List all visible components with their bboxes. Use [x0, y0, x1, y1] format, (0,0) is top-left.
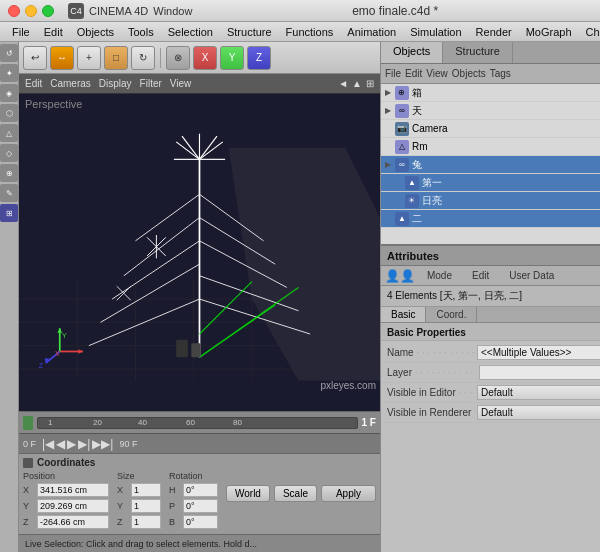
- attr-layer-input[interactable]: [479, 365, 600, 380]
- rot-b-input[interactable]: [183, 515, 218, 529]
- attr-elements-count: 4 Elements [天, 第一, 日亮, 二]: [381, 286, 600, 307]
- main-layout: ↺ ✦ ◈ ⬡ △ ◇ ⊕ ✎ ⊞ ↩ ↔ + □ ↻ ⊗ X Y Z Edit…: [0, 42, 600, 552]
- vp-menu-edit[interactable]: Edit: [25, 78, 42, 89]
- sidebar-icon-9[interactable]: ⊞: [0, 204, 18, 222]
- toolbar-mode[interactable]: ⊗: [166, 46, 190, 70]
- app-info: C4 CINEMA 4D Window: [68, 3, 192, 19]
- toolbar-move[interactable]: ↔: [50, 46, 74, 70]
- menu-simulation[interactable]: Simulation: [404, 25, 467, 39]
- size-x-input[interactable]: [131, 483, 161, 497]
- menu-structure[interactable]: Structure: [221, 25, 278, 39]
- size-y-input[interactable]: [131, 499, 161, 513]
- toolbar-undo[interactable]: ↩: [23, 46, 47, 70]
- pos-x-input[interactable]: [37, 483, 109, 497]
- attr-visible-render-wrap[interactable]: Default On Off ▼: [477, 405, 600, 420]
- obj-toolbar-file[interactable]: File: [385, 68, 401, 79]
- sidebar-icon-1[interactable]: ↺: [0, 44, 18, 62]
- attr-tab-mode[interactable]: Mode: [419, 269, 460, 282]
- menu-functions[interactable]: Functions: [280, 25, 340, 39]
- timeline-bar: 1 20 40 60 80 1 F: [19, 411, 380, 433]
- vp-nav-left[interactable]: ◄: [338, 78, 348, 89]
- svg-text:Y: Y: [62, 332, 67, 339]
- pos-y-label: Y: [23, 501, 33, 511]
- attr-name-input[interactable]: [477, 345, 600, 360]
- world-button[interactable]: World: [226, 485, 270, 502]
- attr-visible-editor-wrap[interactable]: Default On Off ▼: [477, 385, 600, 400]
- obj-row-ten[interactable]: ▶ ∞ 天: [381, 102, 600, 120]
- menu-character[interactable]: Character: [580, 25, 600, 39]
- toolbar-add[interactable]: +: [77, 46, 101, 70]
- vp-menu-view[interactable]: View: [170, 78, 192, 89]
- menu-file[interactable]: File: [6, 25, 36, 39]
- btn-goto-start[interactable]: |◀: [42, 437, 54, 451]
- menu-animation[interactable]: Animation: [341, 25, 402, 39]
- btn-goto-end[interactable]: ▶▶|: [92, 437, 113, 451]
- btn-next-frame[interactable]: ▶|: [78, 437, 90, 451]
- obj-toolbar-objects[interactable]: Objects: [452, 68, 486, 79]
- vp-expand[interactable]: ⊞: [366, 78, 374, 89]
- sidebar-icon-2[interactable]: ✦: [0, 64, 18, 82]
- sidebar-icon-5[interactable]: △: [0, 124, 18, 142]
- menu-objects[interactable]: Objects: [71, 25, 120, 39]
- toolbar-x[interactable]: X: [193, 46, 217, 70]
- vp-nav-up[interactable]: ▲: [352, 78, 362, 89]
- attr-section-basic[interactable]: Basic: [381, 307, 426, 322]
- obj-row-tu[interactable]: ▶ ∞ 兔: [381, 156, 600, 174]
- attr-tab-userdata[interactable]: User Data: [501, 269, 562, 282]
- obj-row-er[interactable]: ▲ 二: [381, 210, 600, 228]
- sidebar-icon-4[interactable]: ⬡: [0, 104, 18, 122]
- toolbar-shape[interactable]: □: [104, 46, 128, 70]
- sidebar-icon-8[interactable]: ✎: [0, 184, 18, 202]
- attr-tab-edit[interactable]: Edit: [464, 269, 497, 282]
- btn-prev-frame[interactable]: ◀: [56, 437, 65, 451]
- vp-menu-display[interactable]: Display: [99, 78, 132, 89]
- rot-h-input[interactable]: [183, 483, 218, 497]
- window-menu[interactable]: Window: [153, 5, 192, 17]
- menu-selection[interactable]: Selection: [162, 25, 219, 39]
- tab-objects[interactable]: Objects: [381, 42, 443, 63]
- minimize-button[interactable]: [25, 5, 37, 17]
- apply-button[interactable]: Apply: [321, 485, 376, 502]
- obj-row-first[interactable]: ▲ 第一: [381, 174, 600, 192]
- obj-toolbar-view[interactable]: View: [426, 68, 448, 79]
- timeline-track[interactable]: 1 20 40 60 80: [37, 417, 358, 429]
- rot-p-input[interactable]: [183, 499, 218, 513]
- obj-row-camera[interactable]: 📷 Camera: [381, 120, 600, 138]
- toolbar-y[interactable]: Y: [220, 46, 244, 70]
- pos-z-input[interactable]: [37, 515, 109, 529]
- obj-row-rm[interactable]: △ Rm: [381, 138, 600, 156]
- obj-toolbar-tags[interactable]: Tags: [490, 68, 511, 79]
- sidebar-icon-3[interactable]: ◈: [0, 84, 18, 102]
- pos-x-label: X: [23, 485, 33, 495]
- maximize-button[interactable]: [42, 5, 54, 17]
- scale-button[interactable]: Scale: [274, 485, 317, 502]
- vp-menu-filter[interactable]: Filter: [140, 78, 162, 89]
- obj-icon-hako: ⊕: [395, 86, 409, 100]
- obj-toolbar-edit[interactable]: Edit: [405, 68, 422, 79]
- obj-row-riliang[interactable]: ☀ 日亮: [381, 192, 600, 210]
- attributes-panel: Attributes 👤👤 Mode Edit User Data 4 Elem…: [381, 244, 600, 552]
- sidebar-icon-6[interactable]: ◇: [0, 144, 18, 162]
- viewport-canvas[interactable]: Perspective: [19, 94, 380, 411]
- attr-visible-render-select[interactable]: Default On Off: [477, 405, 600, 420]
- size-z-input[interactable]: [131, 515, 161, 529]
- anim-end-label: 90 F: [119, 439, 137, 449]
- obj-row-hako[interactable]: ▶ ⊕ 箱: [381, 84, 600, 102]
- pos-y-input[interactable]: [37, 499, 109, 513]
- toolbar-rotate[interactable]: ↻: [131, 46, 155, 70]
- tab-structure[interactable]: Structure: [443, 42, 513, 63]
- menu-render[interactable]: Render: [470, 25, 518, 39]
- vp-menu-cameras[interactable]: Cameras: [50, 78, 91, 89]
- attr-section-coord[interactable]: Coord.: [426, 307, 477, 322]
- attr-visible-editor-select[interactable]: Default On Off: [477, 385, 600, 400]
- sidebar-icon-7[interactable]: ⊕: [0, 164, 18, 182]
- attr-title: Attributes: [387, 250, 439, 262]
- menu-tools[interactable]: Tools: [122, 25, 160, 39]
- obj-icon-first: ▲: [405, 176, 419, 190]
- menu-mograph[interactable]: MoGraph: [520, 25, 578, 39]
- watermark: pxleyes.com: [320, 380, 376, 391]
- menu-edit[interactable]: Edit: [38, 25, 69, 39]
- toolbar-z[interactable]: Z: [247, 46, 271, 70]
- close-button[interactable]: [8, 5, 20, 17]
- btn-play[interactable]: ▶: [67, 437, 76, 451]
